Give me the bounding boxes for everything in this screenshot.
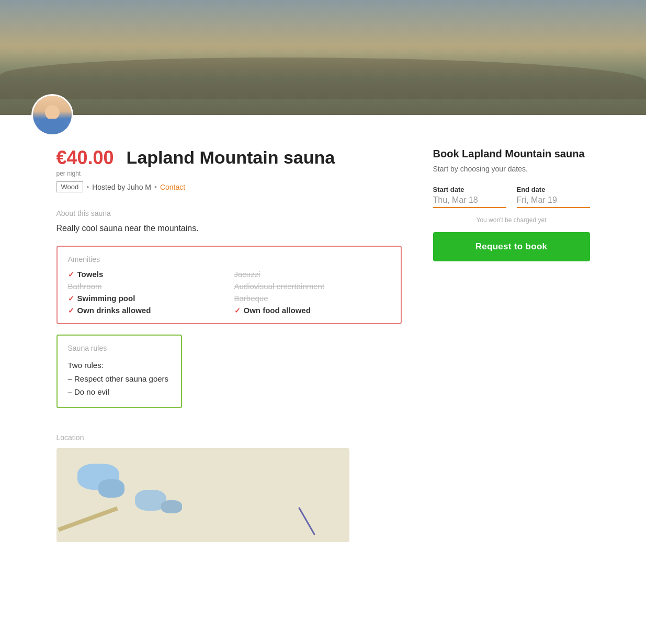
host-avatar-wrapper	[31, 94, 73, 136]
left-column: €40.00 per night Lapland Mountain sauna …	[56, 136, 402, 542]
amenity-own-drinks: ✓ Own drinks allowed	[68, 306, 224, 315]
hosted-by: Hosted by Juho M	[92, 183, 151, 191]
price-amount: €40.00	[56, 147, 114, 169]
booking-subtitle: Start by choosing your dates.	[433, 165, 590, 173]
separator2: •	[154, 183, 157, 191]
amenity-label-jacuzzi: Jacuzzi	[234, 270, 260, 279]
amenity-barbeque: Barbeque	[234, 294, 390, 303]
booking-card: Book Lapland Mountain sauna Start by cho…	[433, 147, 590, 261]
sauna-title: Lapland Mountain sauna	[127, 147, 335, 168]
request-to-book-button[interactable]: Request to book	[433, 232, 590, 261]
map-placeholder	[56, 448, 349, 542]
check-icon-swimming-pool: ✓	[68, 294, 74, 303]
booking-title: Book Lapland Mountain sauna	[433, 147, 590, 160]
hero-image	[0, 0, 646, 115]
rules-section-title: Sauna rules	[68, 344, 171, 352]
amenity-label-swimming-pool: Swimming pool	[77, 294, 135, 303]
map-road-2	[298, 507, 315, 535]
map-water-2	[161, 500, 182, 513]
end-date-value[interactable]: Fri, Mar 19	[517, 196, 590, 208]
check-icon-own-drinks: ✓	[68, 306, 74, 315]
start-date-field: Start date Thu, Mar 18	[433, 186, 506, 208]
start-date-label: Start date	[433, 186, 506, 193]
amenity-label-audiovisual: Audiovisual entertainment	[234, 282, 325, 291]
rules-content: Two rules: – Respect other sauna goers –…	[68, 359, 171, 399]
contact-link[interactable]: Contact	[160, 183, 185, 191]
amenity-label-own-drinks: Own drinks allowed	[77, 306, 151, 315]
amenity-bathroom: Bathroom	[68, 282, 224, 291]
amenity-label-own-food: Own food allowed	[244, 306, 311, 315]
amenity-jacuzzi: Jacuzzi	[234, 270, 390, 279]
avatar-face	[33, 96, 72, 134]
no-charge-text: You won't be charged yet	[433, 216, 590, 224]
date-row: Start date Thu, Mar 18 End date Fri, Mar…	[433, 186, 590, 208]
rules-box: Sauna rules Two rules: – Respect other s…	[56, 335, 182, 408]
map-road	[58, 506, 118, 532]
price-title-row: €40.00 per night Lapland Mountain sauna	[56, 147, 402, 177]
separator1: •	[86, 183, 89, 191]
per-night-label: per night	[56, 170, 114, 177]
amenities-section-title: Amenities	[68, 255, 390, 263]
amenity-audiovisual: Audiovisual entertainment	[234, 282, 390, 291]
amenity-towels: ✓ Towels	[68, 270, 224, 279]
amenity-label-bathroom: Bathroom	[68, 282, 102, 291]
amenity-label-towels: Towels	[77, 270, 104, 279]
check-icon-own-food: ✓	[234, 306, 241, 315]
amenities-grid: ✓ Towels Jacuzzi Bathroom Audiovisual en…	[68, 270, 390, 315]
amenity-label-barbeque: Barbeque	[234, 294, 268, 303]
location-section-title: Location	[56, 433, 402, 442]
about-section-title: About this sauna	[56, 209, 402, 217]
amenity-swimming-pool: ✓ Swimming pool	[68, 294, 224, 303]
subtitle-row: Wood • Hosted by Juho M • Contact	[56, 181, 402, 192]
end-date-label: End date	[517, 186, 590, 193]
end-date-field: End date Fri, Mar 19	[517, 186, 590, 208]
amenities-box: Amenities ✓ Towels Jacuzzi Bathroom Audi…	[56, 246, 402, 324]
amenity-own-food: ✓ Own food allowed	[234, 306, 390, 315]
check-icon-towels: ✓	[68, 270, 74, 279]
location-section: Location	[56, 433, 402, 542]
about-section: About this sauna Really cool sauna near …	[56, 209, 402, 233]
type-badge: Wood	[56, 181, 84, 192]
right-column: Book Lapland Mountain sauna Start by cho…	[433, 136, 590, 542]
about-description: Really cool sauna near the mountains.	[56, 224, 402, 233]
title-block: Lapland Mountain sauna	[127, 147, 335, 168]
start-date-value[interactable]: Thu, Mar 18	[433, 196, 506, 208]
avatar	[31, 94, 73, 136]
price-block: €40.00 per night	[56, 147, 114, 177]
